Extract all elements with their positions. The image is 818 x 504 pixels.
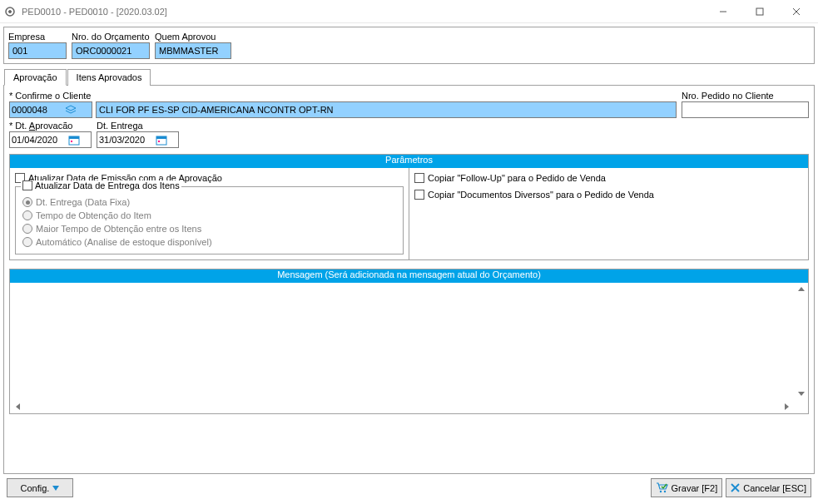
chk-copiar-documentos[interactable]: Copiar "Documentos Diversos" para o Pedi… bbox=[414, 190, 803, 200]
checkbox-icon[interactable] bbox=[414, 190, 424, 200]
svg-rect-10 bbox=[156, 136, 166, 139]
calendar-icon[interactable] bbox=[57, 132, 91, 147]
chevron-left-icon[interactable] bbox=[12, 401, 24, 413]
radio-dt-entrega[interactable]: Dt. Entrega (Data Fixa) bbox=[22, 197, 396, 207]
parametros-panel: Atualizar Data de Emissão com a de Aprov… bbox=[9, 168, 809, 260]
tab-content: * Confirme o Cliente 0000048 CLI FOR PF … bbox=[3, 85, 815, 474]
vertical-scrollbar[interactable] bbox=[795, 283, 808, 400]
footer: Config. Gravar [F2] Cancelar [ESC] bbox=[3, 474, 815, 501]
empresa-value: 001 bbox=[8, 42, 67, 59]
dt-aprovacao-input[interactable]: 01/04/2020 bbox=[9, 131, 92, 148]
mensagem-textarea[interactable] bbox=[9, 283, 809, 414]
config-button[interactable]: Config. bbox=[7, 478, 73, 497]
radio-icon bbox=[22, 210, 32, 220]
dt-entrega-input[interactable]: 31/03/2020 bbox=[97, 131, 179, 148]
svg-rect-7 bbox=[69, 136, 79, 139]
tab-aprovacao[interactable]: Aprovação bbox=[4, 69, 67, 86]
radio-group-legend: Atualizar Data de Entrega dos Itens bbox=[35, 180, 180, 190]
horizontal-scrollbar[interactable] bbox=[10, 400, 795, 413]
chevron-up-icon[interactable] bbox=[795, 283, 807, 295]
quem-aprovou-field: Quem Aprovou MBMMASTER bbox=[155, 32, 231, 59]
empresa-field: Empresa 001 bbox=[8, 32, 67, 59]
cancelar-button[interactable]: Cancelar [ESC] bbox=[726, 478, 811, 497]
checkbox-icon[interactable] bbox=[414, 173, 424, 183]
chevron-down-icon bbox=[52, 485, 59, 492]
chevron-right-icon[interactable] bbox=[781, 401, 793, 413]
calendar-icon[interactable] bbox=[145, 132, 178, 147]
cliente-code-input[interactable]: 0000048 bbox=[9, 101, 92, 118]
window-title: PED0010 - PED0010 - [2020.03.02] bbox=[22, 7, 705, 17]
nro-pedido-cliente-input[interactable] bbox=[682, 101, 809, 118]
lookup-icon[interactable] bbox=[51, 102, 90, 117]
nro-orcamento-field: Nro. do Orçamento ORC0000021 bbox=[72, 32, 150, 59]
gravar-button[interactable]: Gravar [F2] bbox=[651, 478, 723, 497]
radio-group-entrega: Atualizar Data de Entrega dos Itens Dt. … bbox=[15, 186, 404, 254]
nro-pedido-cliente-label: Nro. Pedido no Cliente bbox=[682, 91, 809, 101]
radio-icon bbox=[22, 237, 32, 247]
radio-maior-tempo[interactable]: Maior Tempo de Obtenção entre os Itens bbox=[22, 224, 396, 234]
quem-aprovou-label: Quem Aprovou bbox=[155, 32, 231, 42]
svg-point-13 bbox=[663, 491, 665, 492]
radio-automatico[interactable]: Automático (Analise de estoque disponíve… bbox=[22, 237, 396, 247]
cliente-desc-input[interactable]: CLI FOR PF ES-SP CID-AMERICANA NCONTR OP… bbox=[96, 101, 677, 118]
mensagem-header: Mensagem (Será adicionada na mensagem at… bbox=[9, 269, 809, 283]
nro-orcamento-value: ORC0000021 bbox=[72, 42, 150, 59]
svg-rect-11 bbox=[158, 141, 160, 142]
radio-icon bbox=[22, 197, 32, 207]
app-icon bbox=[3, 5, 17, 18]
cart-check-icon bbox=[656, 482, 668, 493]
svg-rect-3 bbox=[756, 8, 763, 15]
titlebar: PED0010 - PED0010 - [2020.03.02] bbox=[0, 0, 818, 23]
quem-aprovou-value: MBMMASTER bbox=[155, 42, 231, 59]
radio-tempo-obtencao[interactable]: Tempo de Obtenção do Item bbox=[22, 210, 396, 220]
checkbox-icon[interactable] bbox=[22, 180, 32, 190]
header-panel: Empresa 001 Nro. do Orçamento ORC0000021… bbox=[3, 27, 815, 64]
parametros-header: Parâmetros bbox=[9, 154, 809, 168]
empresa-label: Empresa bbox=[8, 32, 67, 42]
confirme-cliente-label: * Confirme o Cliente bbox=[9, 91, 677, 101]
chevron-down-icon[interactable] bbox=[795, 388, 807, 400]
chk-copiar-followup[interactable]: Copiar "Follow-Up" para o Pedido de Vend… bbox=[414, 173, 803, 183]
dt-entrega-label: Dt. Entrega bbox=[97, 121, 179, 131]
svg-rect-8 bbox=[71, 141, 72, 142]
maximize-button[interactable] bbox=[741, 0, 778, 22]
svg-point-12 bbox=[659, 491, 661, 492]
nro-orcamento-label: Nro. do Orçamento bbox=[72, 32, 150, 42]
tab-itens-aprovados[interactable]: Itens Aprovados bbox=[67, 69, 151, 86]
tab-bar: Aprovação Itens Aprovados bbox=[3, 69, 815, 86]
dt-aprovacao-label: * Dt. Aprovacão bbox=[9, 121, 92, 131]
svg-point-1 bbox=[9, 10, 12, 12]
close-icon bbox=[731, 483, 740, 492]
radio-icon bbox=[22, 224, 32, 234]
close-button[interactable] bbox=[778, 0, 815, 22]
minimize-button[interactable] bbox=[705, 0, 741, 22]
